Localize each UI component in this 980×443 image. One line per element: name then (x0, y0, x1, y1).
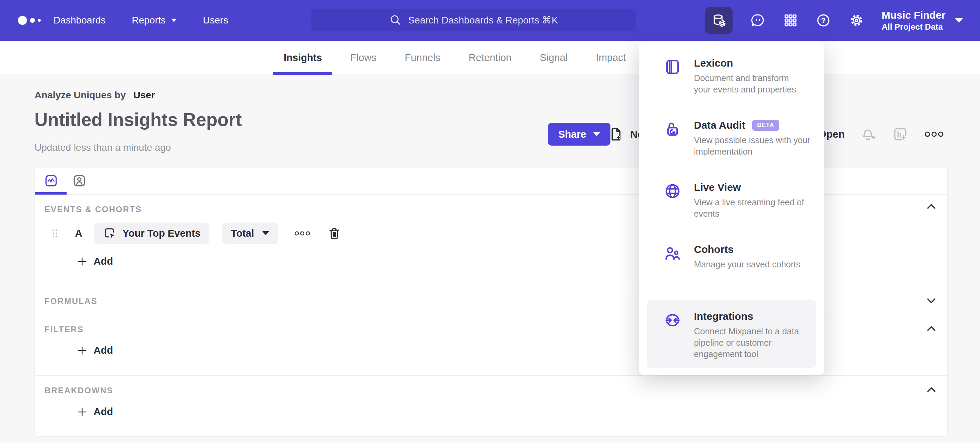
chevron-down-icon (262, 231, 269, 235)
event-name: Your Top Events (123, 228, 200, 239)
share-label: Share (558, 129, 586, 140)
data-management-button[interactable] (705, 7, 733, 34)
add-filter-button[interactable]: Add (77, 345, 113, 356)
menu-item-data-audit[interactable]: Data Audit BETA View possible issues wit… (639, 119, 824, 181)
menu-item-lexicon[interactable]: Lexicon Document and transform your even… (639, 57, 824, 119)
feedback-chat-icon (750, 13, 766, 28)
formulas-label: FORMULAS (45, 296, 98, 306)
menu-item-desc: Connect Mixpanel to a data pipeline or c… (694, 326, 799, 360)
apps-grid-button[interactable] (783, 13, 798, 28)
feedback-button[interactable] (750, 13, 766, 28)
search-placeholder: Search Dashboards & Reports ⌘K (408, 14, 558, 26)
data-management-menu: Lexicon Document and transform your even… (639, 41, 824, 375)
menu-item-title: Live View (694, 181, 804, 193)
settings-gear-icon (848, 13, 864, 28)
activity-chart-icon (44, 173, 58, 188)
chart-plus-icon (892, 126, 908, 142)
logo-dot (18, 16, 27, 25)
project-selector[interactable]: Music Finder All Project Data (881, 9, 963, 32)
plus-icon (77, 407, 87, 417)
tab-retention[interactable]: Retention (458, 41, 522, 75)
create-alert-button[interactable] (861, 126, 877, 142)
settings-button[interactable] (848, 13, 864, 28)
mixpanel-app: Dashboards Reports Users Search Dashboar… (0, 0, 980, 443)
integrations-sync-icon (663, 311, 681, 329)
menu-item-cohorts[interactable]: Cohorts Manage your saved cohorts (639, 244, 824, 306)
metric-label: Total (231, 228, 254, 239)
profiles-view-tab[interactable] (72, 173, 87, 188)
live-view-globe-icon (663, 182, 681, 200)
menu-item-text: Integrations Connect Mixpanel to a data … (694, 311, 799, 360)
logo-dot (38, 19, 41, 22)
search-icon (389, 13, 402, 27)
more-dots-icon (294, 230, 310, 237)
add-breakdown-button[interactable]: Add (77, 406, 113, 418)
data-management-icon (711, 12, 727, 29)
analyze-uniques-row: Analyze Uniques byUser (35, 90, 155, 101)
analyze-value-selector[interactable]: User (134, 90, 155, 100)
add-label: Add (94, 256, 113, 267)
chevron-down-icon (593, 132, 600, 136)
menu-item-text: Lexicon Document and transform your even… (694, 57, 796, 95)
filters-label: FILTERS (45, 325, 84, 334)
menu-item-text: Cohorts Manage your saved cohorts (694, 244, 800, 270)
bell-plus-icon (861, 126, 877, 142)
collapse-filters-icon[interactable] (924, 322, 938, 336)
share-button[interactable]: Share (548, 123, 611, 146)
event-row-letter: A (73, 228, 84, 239)
delete-event-button[interactable] (327, 226, 342, 240)
data-audit-lock-icon (663, 120, 681, 138)
menu-item-title: Lexicon (694, 57, 796, 69)
project-scope: All Project Data (881, 22, 945, 32)
events-cohorts-label: EVENTS & COHORTS (45, 205, 142, 214)
menu-item-text: Data Audit BETA View possible issues wit… (694, 119, 810, 157)
active-tab-underline (35, 192, 67, 195)
menu-item-desc: Document and transform your events and p… (694, 73, 796, 95)
report-tabs: Insights Flows Funnels Retention Signal … (273, 41, 636, 75)
logo-dot (30, 18, 35, 23)
tab-impact[interactable]: Impact (585, 41, 636, 75)
trash-icon (327, 226, 342, 240)
lexicon-book-icon (663, 58, 681, 76)
plus-icon (77, 345, 87, 356)
primary-nav: Dashboards Reports Users (54, 0, 228, 41)
tab-insights[interactable]: Insights (273, 41, 332, 75)
collapse-breakdowns-icon[interactable] (924, 383, 938, 397)
help-icon: ? (815, 13, 831, 28)
section-divider (35, 375, 947, 376)
project-name: Music Finder (881, 9, 945, 22)
expand-formulas-icon[interactable] (924, 294, 938, 307)
tab-funnels[interactable]: Funnels (395, 41, 451, 75)
menu-item-text: Live View View a live streaming feed of … (694, 181, 804, 219)
event-click-icon (103, 227, 116, 240)
chevron-down-icon (955, 18, 963, 23)
breakdowns-label: BREAKDOWNS (45, 386, 113, 395)
tab-flows[interactable]: Flows (340, 41, 387, 75)
event-selector[interactable]: Your Top Events (94, 222, 210, 244)
top-nav: Dashboards Reports Users Search Dashboar… (0, 0, 980, 41)
menu-item-title: Data Audit BETA (694, 119, 810, 131)
menu-item-integrations[interactable]: Integrations Connect Mixpanel to a data … (647, 300, 816, 368)
events-view-tab[interactable] (44, 173, 58, 188)
metric-selector[interactable]: Total (222, 222, 278, 244)
more-dots-icon (924, 131, 944, 138)
search-input[interactable]: Search Dashboards & Reports ⌘K (310, 9, 636, 31)
event-query-row: A Your Top Events Total (51, 222, 342, 244)
report-title[interactable]: Untitled Insights Report (35, 109, 242, 130)
add-label: Add (94, 406, 113, 418)
event-more-options-button[interactable] (294, 230, 310, 237)
mixpanel-logo[interactable] (18, 0, 41, 41)
more-options-button[interactable] (924, 131, 944, 138)
drag-handle[interactable] (51, 229, 58, 238)
menu-item-live-view[interactable]: Live View View a live streaming feed of … (639, 181, 824, 244)
nav-item-users[interactable]: Users (203, 15, 228, 26)
nav-label: Dashboards (54, 15, 106, 26)
add-event-button[interactable]: Add (77, 256, 113, 267)
help-button[interactable]: ? (815, 13, 831, 28)
add-to-dashboard-button[interactable] (892, 126, 908, 142)
nav-label: Users (203, 15, 228, 26)
nav-item-dashboards[interactable]: Dashboards (54, 15, 106, 26)
collapse-events-icon[interactable] (924, 200, 938, 214)
tab-signal[interactable]: Signal (529, 41, 578, 75)
nav-item-reports[interactable]: Reports (132, 15, 177, 26)
